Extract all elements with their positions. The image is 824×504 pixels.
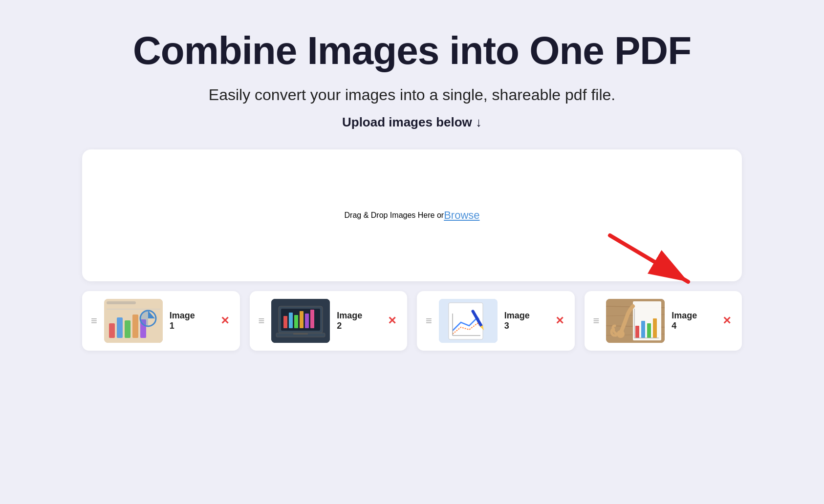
svg-rect-22 [293, 333, 308, 335]
arrow-icon [605, 231, 703, 289]
header-section: Combine Images into One PDF Easily conve… [119, 29, 705, 130]
drag-handle-1[interactable]: ≡ [91, 315, 97, 326]
svg-rect-10 [107, 309, 160, 310]
image-label-3: Image3 [504, 311, 546, 331]
svg-rect-15 [283, 316, 287, 328]
svg-line-1 [610, 235, 688, 282]
images-row: ≡ Image1 ✕ ≡ [82, 291, 742, 351]
svg-rect-18 [300, 311, 304, 328]
remove-button-4[interactable]: ✕ [720, 314, 733, 328]
image-thumb-4 [606, 299, 665, 343]
svg-rect-37 [647, 323, 651, 338]
drag-handle-2[interactable]: ≡ [259, 315, 265, 326]
page-title: Combine Images into One PDF [119, 29, 705, 72]
image-card-3: ≡ Image3 ✕ [417, 291, 575, 351]
page-subtitle: Easily convert your images into a single… [119, 86, 705, 104]
image-card-4: ≡ [585, 291, 742, 351]
browse-link[interactable]: Browse [444, 209, 479, 222]
remove-button-2[interactable]: ✕ [386, 314, 398, 328]
upload-hint: Upload images below ↓ [119, 115, 705, 130]
image-thumb-2 [271, 299, 330, 343]
dropzone-wrapper: Drag & Drop Images Here or Browse [82, 149, 742, 281]
svg-rect-3 [109, 323, 115, 338]
dropzone[interactable]: Drag & Drop Images Here or Browse [82, 149, 742, 281]
drag-handle-4[interactable]: ≡ [593, 315, 600, 326]
dropzone-text: Drag & Drop Images Here or [345, 211, 444, 220]
drag-handle-3[interactable]: ≡ [426, 315, 432, 326]
svg-rect-38 [653, 318, 657, 338]
image-card-2: ≡ Image2 ✕ [250, 291, 408, 351]
image-label-4: Image4 [672, 311, 714, 331]
remove-button-3[interactable]: ✕ [553, 314, 566, 328]
svg-rect-20 [310, 310, 314, 328]
image-thumb-3 [439, 299, 498, 343]
image-thumb-1 [104, 299, 163, 343]
svg-rect-4 [117, 317, 123, 338]
svg-rect-35 [635, 326, 639, 338]
image-label-1: Image1 [170, 311, 212, 331]
image-label-2: Image2 [337, 311, 379, 331]
svg-rect-5 [125, 320, 130, 338]
remove-button-1[interactable]: ✕ [218, 314, 231, 328]
svg-rect-11 [107, 301, 136, 304]
image-card-1: ≡ Image1 ✕ [82, 291, 240, 351]
svg-rect-19 [305, 314, 309, 328]
svg-rect-17 [294, 315, 298, 328]
svg-rect-6 [132, 315, 138, 338]
svg-rect-36 [641, 321, 645, 338]
arrow-pointer [605, 231, 703, 291]
svg-rect-16 [289, 313, 293, 328]
